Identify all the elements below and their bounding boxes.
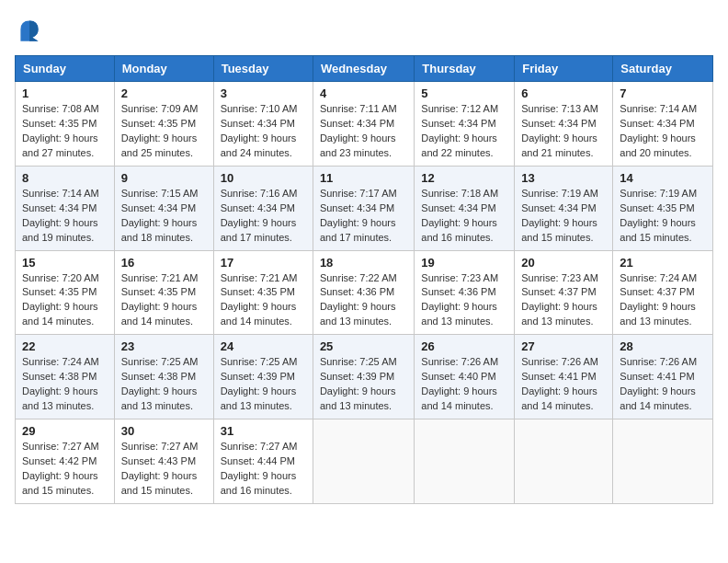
day-info: Sunrise: 7:20 AMSunset: 4:35 PMDaylight:… — [22, 271, 108, 330]
day-info: Sunrise: 7:10 AMSunset: 4:34 PMDaylight:… — [221, 102, 306, 161]
day-number: 9 — [121, 171, 207, 185]
calendar-cell: 7Sunrise: 7:14 AMSunset: 4:34 PMDaylight… — [613, 82, 713, 167]
day-info: Sunrise: 7:14 AMSunset: 4:34 PMDaylight:… — [22, 187, 108, 246]
calendar-cell: 24Sunrise: 7:25 AMSunset: 4:39 PMDayligh… — [213, 335, 313, 419]
header-friday: Friday — [515, 56, 613, 82]
day-number: 29 — [22, 424, 108, 438]
day-info: Sunrise: 7:11 AMSunset: 4:34 PMDaylight:… — [320, 102, 407, 161]
day-info: Sunrise: 7:21 AMSunset: 4:35 PMDaylight:… — [121, 271, 207, 330]
day-number: 2 — [121, 86, 207, 100]
day-number: 27 — [521, 339, 606, 353]
day-number: 7 — [620, 86, 706, 100]
day-info: Sunrise: 7:26 AMSunset: 4:41 PMDaylight:… — [521, 355, 606, 414]
day-number: 31 — [221, 424, 306, 438]
calendar-cell: 3Sunrise: 7:10 AMSunset: 4:34 PMDaylight… — [213, 82, 313, 167]
day-number: 5 — [421, 86, 507, 100]
calendar-cell: 31Sunrise: 7:27 AMSunset: 4:44 PMDayligh… — [213, 419, 313, 504]
day-number: 15 — [22, 256, 108, 270]
day-number: 11 — [320, 171, 407, 185]
day-number: 3 — [221, 86, 306, 100]
calendar-cell — [515, 419, 613, 504]
day-info: Sunrise: 7:18 AMSunset: 4:34 PMDaylight:… — [421, 187, 507, 246]
calendar-cell: 19Sunrise: 7:23 AMSunset: 4:36 PMDayligh… — [415, 250, 515, 335]
day-info: Sunrise: 7:25 AMSunset: 4:38 PMDaylight:… — [121, 355, 207, 414]
day-info: Sunrise: 7:23 AMSunset: 4:36 PMDaylight:… — [421, 271, 507, 330]
calendar-cell: 6Sunrise: 7:13 AMSunset: 4:34 PMDaylight… — [515, 82, 613, 167]
calendar-cell: 4Sunrise: 7:11 AMSunset: 4:34 PMDaylight… — [313, 82, 414, 167]
day-number: 4 — [320, 86, 407, 100]
page-header — [15, 15, 713, 44]
day-info: Sunrise: 7:27 AMSunset: 4:42 PMDaylight:… — [22, 440, 108, 499]
day-info: Sunrise: 7:24 AMSunset: 4:37 PMDaylight:… — [620, 271, 706, 330]
calendar-cell: 18Sunrise: 7:22 AMSunset: 4:36 PMDayligh… — [313, 250, 414, 335]
day-info: Sunrise: 7:27 AMSunset: 4:43 PMDaylight:… — [121, 440, 207, 499]
calendar-table: SundayMondayTuesdayWednesdayThursdayFrid… — [15, 55, 713, 504]
calendar-cell — [613, 419, 713, 504]
day-info: Sunrise: 7:14 AMSunset: 4:34 PMDaylight:… — [620, 102, 706, 161]
day-info: Sunrise: 7:09 AMSunset: 4:35 PMDaylight:… — [121, 102, 207, 161]
day-info: Sunrise: 7:17 AMSunset: 4:34 PMDaylight:… — [320, 187, 407, 246]
calendar-cell: 8Sunrise: 7:14 AMSunset: 4:34 PMDaylight… — [16, 166, 115, 250]
day-number: 10 — [221, 171, 306, 185]
logo — [15, 15, 48, 44]
calendar-cell: 12Sunrise: 7:18 AMSunset: 4:34 PMDayligh… — [415, 166, 515, 250]
day-number: 24 — [221, 339, 306, 353]
day-number: 19 — [421, 256, 507, 270]
header-monday: Monday — [114, 56, 213, 82]
day-number: 25 — [320, 339, 407, 353]
calendar-cell: 21Sunrise: 7:24 AMSunset: 4:37 PMDayligh… — [613, 250, 713, 335]
calendar-cell: 1Sunrise: 7:08 AMSunset: 4:35 PMDaylight… — [16, 82, 115, 167]
week-row-4: 22Sunrise: 7:24 AMSunset: 4:38 PMDayligh… — [16, 335, 713, 419]
calendar-header-row: SundayMondayTuesdayWednesdayThursdayFrid… — [16, 56, 713, 82]
calendar-cell: 23Sunrise: 7:25 AMSunset: 4:38 PMDayligh… — [114, 335, 213, 419]
calendar-cell — [313, 419, 414, 504]
calendar-cell: 11Sunrise: 7:17 AMSunset: 4:34 PMDayligh… — [313, 166, 414, 250]
day-number: 6 — [521, 86, 606, 100]
header-wednesday: Wednesday — [313, 56, 414, 82]
week-row-2: 8Sunrise: 7:14 AMSunset: 4:34 PMDaylight… — [16, 166, 713, 250]
week-row-1: 1Sunrise: 7:08 AMSunset: 4:35 PMDaylight… — [16, 82, 713, 167]
calendar-cell: 27Sunrise: 7:26 AMSunset: 4:41 PMDayligh… — [515, 335, 613, 419]
day-number: 17 — [221, 256, 306, 270]
header-tuesday: Tuesday — [213, 56, 313, 82]
calendar-cell: 16Sunrise: 7:21 AMSunset: 4:35 PMDayligh… — [114, 250, 213, 335]
day-number: 16 — [121, 256, 207, 270]
day-info: Sunrise: 7:08 AMSunset: 4:35 PMDaylight:… — [22, 102, 108, 161]
calendar-cell: 10Sunrise: 7:16 AMSunset: 4:34 PMDayligh… — [213, 166, 313, 250]
day-info: Sunrise: 7:23 AMSunset: 4:37 PMDaylight:… — [521, 271, 606, 330]
day-number: 12 — [421, 171, 507, 185]
day-info: Sunrise: 7:26 AMSunset: 4:40 PMDaylight:… — [421, 355, 507, 414]
day-info: Sunrise: 7:22 AMSunset: 4:36 PMDaylight:… — [320, 271, 407, 330]
day-info: Sunrise: 7:27 AMSunset: 4:44 PMDaylight:… — [221, 440, 306, 499]
calendar-cell: 9Sunrise: 7:15 AMSunset: 4:34 PMDaylight… — [114, 166, 213, 250]
day-info: Sunrise: 7:19 AMSunset: 4:35 PMDaylight:… — [620, 187, 706, 246]
day-number: 8 — [22, 171, 108, 185]
day-info: Sunrise: 7:12 AMSunset: 4:34 PMDaylight:… — [421, 102, 507, 161]
day-info: Sunrise: 7:26 AMSunset: 4:41 PMDaylight:… — [620, 355, 706, 414]
day-number: 22 — [22, 339, 108, 353]
calendar-cell: 30Sunrise: 7:27 AMSunset: 4:43 PMDayligh… — [114, 419, 213, 504]
calendar-cell: 15Sunrise: 7:20 AMSunset: 4:35 PMDayligh… — [16, 250, 115, 335]
calendar-cell: 13Sunrise: 7:19 AMSunset: 4:34 PMDayligh… — [515, 166, 613, 250]
calendar-cell: 22Sunrise: 7:24 AMSunset: 4:38 PMDayligh… — [16, 335, 115, 419]
day-number: 14 — [620, 171, 706, 185]
day-number: 28 — [620, 339, 706, 353]
day-number: 26 — [421, 339, 507, 353]
calendar-cell: 2Sunrise: 7:09 AMSunset: 4:35 PMDaylight… — [114, 82, 213, 167]
header-sunday: Sunday — [16, 56, 115, 82]
calendar-cell — [415, 419, 515, 504]
day-number: 30 — [121, 424, 207, 438]
day-info: Sunrise: 7:25 AMSunset: 4:39 PMDaylight:… — [221, 355, 306, 414]
logo-icon — [15, 15, 44, 44]
week-row-3: 15Sunrise: 7:20 AMSunset: 4:35 PMDayligh… — [16, 250, 713, 335]
calendar-cell: 29Sunrise: 7:27 AMSunset: 4:42 PMDayligh… — [16, 419, 115, 504]
day-number: 20 — [521, 256, 606, 270]
calendar-cell: 14Sunrise: 7:19 AMSunset: 4:35 PMDayligh… — [613, 166, 713, 250]
day-number: 13 — [521, 171, 606, 185]
calendar-cell: 17Sunrise: 7:21 AMSunset: 4:35 PMDayligh… — [213, 250, 313, 335]
day-info: Sunrise: 7:16 AMSunset: 4:34 PMDaylight:… — [221, 187, 306, 246]
day-info: Sunrise: 7:13 AMSunset: 4:34 PMDaylight:… — [521, 102, 606, 161]
header-thursday: Thursday — [415, 56, 515, 82]
calendar-cell: 20Sunrise: 7:23 AMSunset: 4:37 PMDayligh… — [515, 250, 613, 335]
day-number: 18 — [320, 256, 407, 270]
